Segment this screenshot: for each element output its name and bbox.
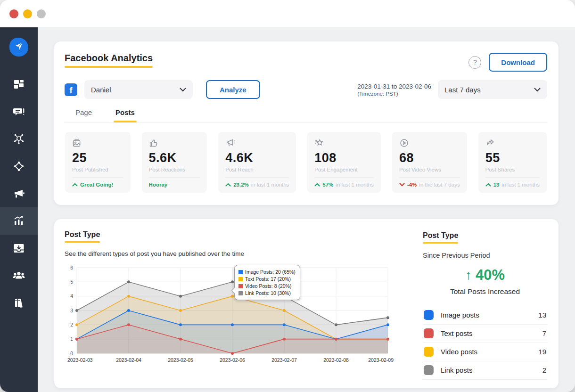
sidebar-item-team[interactable] — [0, 262, 38, 289]
svg-text:2023-02-08: 2023-02-08 — [323, 357, 349, 363]
legend-chip — [424, 310, 434, 320]
legend-label: Video posts — [441, 348, 477, 356]
sidebar-item-analytics[interactable] — [0, 207, 38, 235]
stat-label: Post Reactions — [149, 167, 200, 172]
sidebar-item-posts[interactable] — [0, 98, 38, 125]
diamond-nodes-icon — [13, 160, 25, 172]
stat-card-row: 25 Post Published Great Going! 5.6K — [65, 132, 547, 193]
summary-subtitle: Since Previous Period — [423, 252, 547, 259]
sidebar — [0, 27, 38, 392]
send-icon — [14, 41, 24, 53]
svg-text:2: 2 — [70, 322, 73, 327]
thumbs-up-icon — [149, 138, 200, 148]
stat-value: 55 — [485, 151, 540, 165]
tooltip-item: Image Posts: 20 (65%) — [245, 269, 296, 276]
svg-text:1: 1 — [70, 336, 73, 342]
legend-label: Text posts — [441, 329, 473, 337]
minimize-button[interactable] — [23, 9, 32, 18]
post-type-summary: Post Type Since Previous Period ↑ 40% To… — [406, 230, 547, 380]
stat-card-post-video-views: 68 Post Video Views -4% in the last 7 da… — [392, 132, 467, 193]
trend-up-icon — [225, 182, 231, 188]
sidebar-item-automation[interactable] — [0, 153, 38, 180]
arrow-up-icon: ↑ — [465, 268, 472, 283]
tooltip-item: Link Posts: 10 (30%) — [245, 290, 291, 297]
tab-bar: Page Posts — [65, 108, 547, 122]
trend-up-icon — [314, 182, 320, 188]
analytics-header-card: Facebook Analytics ? Download f Daniel A — [54, 41, 559, 205]
stat-label: Post Reach — [225, 167, 289, 172]
chart-title: Post Type — [65, 230, 100, 243]
chat-edit-icon — [13, 106, 25, 118]
tab-posts[interactable]: Posts — [115, 108, 135, 122]
stat-trend-suffix: in the last 7 days — [419, 182, 460, 188]
trend-up-icon — [485, 182, 491, 188]
account-select[interactable]: Daniel — [84, 80, 193, 99]
date-range-text: 2023-01-31 to 2023-02-06 — [357, 83, 431, 90]
legend-chip — [424, 328, 434, 338]
post-type-card: Post Type See the different types of pos… — [54, 219, 559, 388]
stat-trend-suffix: in last 1 months — [501, 182, 540, 188]
area-chart-canvas[interactable]: 01234562023-02-032023-02-042023-02-05202… — [65, 263, 394, 366]
delta-note: Total Posts Increased — [423, 287, 547, 296]
svg-text:2023-02-06: 2023-02-06 — [220, 357, 245, 363]
main-content: Facebook Analytics ? Download f Daniel A — [38, 27, 575, 392]
stat-label: Post Video Views — [399, 167, 460, 172]
maximize-button[interactable] — [37, 9, 46, 18]
stat-card-post-reactions: 5.6K Post Reactions Hooray — [142, 132, 207, 193]
download-button[interactable]: Download — [489, 53, 547, 72]
legend-value: 2 — [542, 366, 546, 374]
sidebar-item-inbox[interactable] — [0, 235, 38, 262]
app-logo[interactable] — [9, 38, 28, 57]
sidebar-item-announcements[interactable] — [0, 180, 38, 207]
stat-label: Post Shares — [485, 167, 540, 172]
sidebar-item-network[interactable] — [0, 125, 38, 153]
legend-value: 7 — [542, 329, 546, 337]
period-select[interactable]: Last 7 days — [438, 80, 547, 99]
people-icon — [12, 270, 25, 282]
dashboard-icon — [13, 78, 25, 90]
stat-value: 4.6K — [225, 151, 289, 165]
legend-row-link-posts: Link posts 2 — [423, 361, 547, 380]
svg-text:3: 3 — [70, 308, 73, 313]
legend-row-text-posts: Text posts 7 — [423, 325, 547, 343]
legend-label: Link posts — [441, 366, 473, 374]
post-type-chart[interactable]: 01234562023-02-032023-02-042023-02-05202… — [65, 263, 406, 368]
period-select-value: Last 7 days — [444, 86, 481, 94]
sidebar-item-library[interactable] — [0, 289, 38, 317]
summary-title: Post Type — [423, 231, 458, 244]
sidebar-item-dashboard[interactable] — [0, 71, 38, 98]
stat-trend-text: 57% — [322, 182, 333, 188]
stat-trend-text: -4% — [407, 182, 417, 188]
close-button[interactable] — [9, 9, 18, 18]
analyze-button[interactable]: Analyze — [206, 80, 260, 99]
stat-trend-text: Hooray — [149, 182, 168, 188]
delta-value: 40% — [476, 267, 505, 284]
megaphone-icon — [13, 188, 25, 200]
svg-text:2023-02-03: 2023-02-03 — [67, 357, 93, 363]
legend-chip — [238, 291, 243, 295]
legend-chip — [424, 365, 434, 375]
legend-row-image-posts: Image posts 13 — [423, 306, 547, 325]
books-icon — [13, 297, 25, 309]
tooltip-item: Video Posts: 8 (20%) — [245, 283, 291, 290]
svg-text:2023-02-07: 2023-02-07 — [271, 357, 297, 363]
svg-text:5: 5 — [70, 279, 73, 285]
tab-page[interactable]: Page — [75, 108, 92, 122]
page-title: Facebook Analytics — [65, 53, 153, 68]
stat-trend-text: 13 — [493, 182, 500, 188]
stat-value: 25 — [72, 151, 123, 165]
legend-row-video-posts: Video posts 19 — [423, 343, 547, 361]
trend-down-icon — [399, 182, 405, 188]
facebook-icon: f — [65, 83, 77, 96]
tooltip-item: Text Posts: 17 (20%) — [245, 276, 291, 283]
stat-card-post-published: 25 Post Published Great Going! — [65, 132, 131, 193]
stat-card-post-engagement: 108 Post Engagement 57% in last 1 months — [307, 132, 381, 193]
stat-card-post-reach: 4.6K Post Reach 23.2% in last 1 months — [218, 132, 296, 193]
analytics-icon — [13, 215, 25, 227]
account-select-value: Daniel — [91, 86, 111, 94]
help-icon[interactable]: ? — [468, 56, 481, 69]
stat-value: 108 — [314, 151, 374, 165]
stat-trend-text: Great Going! — [80, 182, 113, 188]
stat-trend-text: 23.2% — [233, 182, 249, 188]
svg-text:0: 0 — [70, 351, 73, 356]
